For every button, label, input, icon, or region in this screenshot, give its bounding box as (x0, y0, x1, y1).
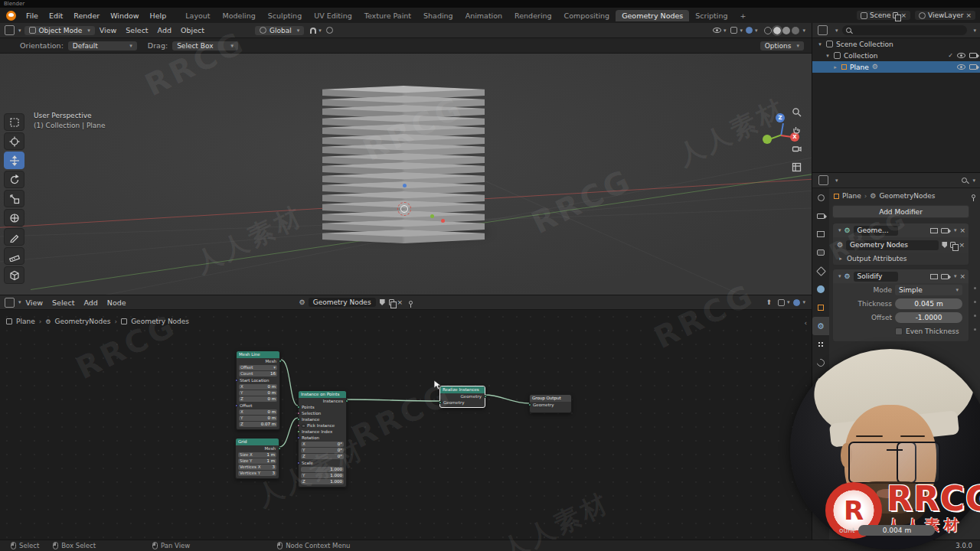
vertices-y-field[interactable]: Vertices Y3 (238, 471, 276, 476)
mode-dropdown[interactable]: Object Mode ▾ (24, 26, 95, 35)
tool-rotate[interactable] (4, 171, 24, 188)
vector-field[interactable]: X0 m (239, 409, 277, 415)
menu-file[interactable]: File (21, 11, 44, 20)
display-viewport-icon[interactable] (930, 228, 938, 233)
editor-type-icon[interactable] (5, 25, 15, 35)
menu-select[interactable]: Select (47, 298, 79, 307)
outliner-editor-icon[interactable] (818, 25, 828, 35)
unlink-scene-icon[interactable]: × (900, 12, 906, 19)
outliner-search-input[interactable] (842, 25, 968, 35)
menu-node[interactable]: Node (103, 298, 131, 307)
pin-icon[interactable] (409, 301, 413, 305)
tab-layout[interactable]: Layout (179, 10, 216, 21)
fake-user-icon[interactable] (942, 242, 947, 248)
outliner-row-scene-collection[interactable]: ▾ Scene Collection (812, 38, 980, 50)
tab-uv-editing[interactable]: UV Editing (308, 10, 358, 21)
menu-help[interactable]: Help (145, 11, 172, 20)
copy-icon[interactable] (389, 299, 394, 305)
transform-orientation-dropdown[interactable]: Global ▾ (255, 26, 304, 35)
zoom-icon[interactable] (790, 106, 802, 118)
output-attributes-panel[interactable]: ▸ Output Attributes (833, 253, 969, 265)
tab-scene[interactable] (812, 262, 829, 280)
node-header[interactable]: Grid (236, 439, 279, 445)
shading-solid-icon[interactable] (773, 27, 781, 34)
node-editor-canvas[interactable]: Plane › ⚙ GeometryNodes › Geometry Nodes… (0, 310, 812, 540)
socket-vector-input[interactable] (235, 379, 238, 382)
tab-texture-paint[interactable]: Texture Paint (358, 10, 417, 21)
menu-view[interactable]: View (21, 298, 48, 307)
modifier-name-field[interactable]: Solidify (854, 272, 898, 282)
expand-icon[interactable]: ▾ (838, 227, 841, 233)
node-header[interactable]: Instance on Points (299, 391, 346, 398)
tab-tool[interactable] (812, 188, 829, 207)
socket-selection-input[interactable] (297, 412, 300, 415)
size-x-field[interactable]: Size X1 m (238, 452, 276, 458)
node-header[interactable]: Realize Instances (440, 386, 485, 393)
vector-field[interactable]: Y0 m (239, 390, 277, 396)
tab-object[interactable] (812, 298, 829, 317)
scale-y-field[interactable]: Y1.000 (301, 473, 344, 478)
tab-particles[interactable] (812, 335, 829, 354)
amount-field[interactable]: 0.004 m (858, 525, 935, 536)
tab-sculpting[interactable]: Sculpting (262, 10, 308, 21)
even-thickness-checkbox[interactable] (895, 328, 903, 335)
pick-instance-checkbox[interactable] (302, 424, 305, 428)
hide-eye-icon[interactable] (957, 64, 965, 70)
orthographic-toggle-icon[interactable] (790, 161, 802, 173)
vector-field[interactable]: Y0 m (239, 416, 277, 421)
orientation-dropdown[interactable]: Default▾ (68, 41, 137, 51)
node-editor-icon[interactable] (5, 298, 15, 308)
menu-select[interactable]: Select (121, 26, 152, 34)
outliner-row-collection[interactable]: ▾ Collection ✓ (812, 50, 980, 61)
proportional-editing-icon[interactable] (326, 27, 333, 34)
viewlayer-selector[interactable]: ViewLayer × (915, 11, 975, 20)
socket-mesh-output[interactable] (279, 360, 282, 363)
options-dropdown[interactable]: Options▾ (760, 41, 804, 51)
tab-rendering[interactable]: Rendering (508, 10, 558, 21)
socket-scale-input[interactable] (297, 461, 300, 465)
node-mesh-line[interactable]: Mesh Line Mesh Offset▾ Count16 Start Loc… (236, 350, 280, 430)
expand-icon[interactable]: ▾ (838, 273, 841, 279)
rotation-x-field[interactable]: X0° (301, 442, 344, 447)
extras-icon[interactable]: ▾ (954, 273, 957, 279)
mesh-stack-object[interactable] (322, 86, 485, 248)
extras-icon[interactable]: ▾ (954, 227, 957, 233)
tool-move[interactable] (4, 152, 24, 169)
gizmo-x-handle[interactable] (441, 219, 445, 223)
modifier-header[interactable]: ▾ ⚙ Geome... ▾ × (833, 223, 969, 237)
pin-icon[interactable] (972, 194, 975, 198)
modifier-header[interactable]: ▾ ⚙ Solidify ▾ × (833, 269, 969, 283)
node-header[interactable]: Mesh Line (237, 351, 279, 358)
tab-physics[interactable] (812, 354, 829, 372)
tool-measure[interactable] (4, 247, 24, 265)
tab-world[interactable] (812, 280, 829, 298)
tab-render[interactable] (812, 207, 829, 225)
sidebar-collapse-arrow[interactable]: ‹ (804, 319, 807, 327)
overlays-toggle-icon[interactable] (746, 27, 753, 34)
add-workspace-button[interactable]: + (734, 10, 753, 21)
socket-geometry-output[interactable] (484, 395, 487, 398)
socket-points-input[interactable] (297, 406, 300, 409)
tool-cursor[interactable] (4, 132, 24, 150)
properties-editor-icon[interactable] (818, 175, 828, 185)
size-y-field[interactable]: Size Y1 m (238, 458, 276, 464)
pan-hand-icon[interactable] (790, 124, 802, 136)
remove-viewlayer-icon[interactable]: × (965, 12, 972, 19)
breadcrumb-modifier[interactable]: GeometryNodes (879, 192, 935, 200)
display-render-icon[interactable] (941, 274, 949, 279)
tool-select-box[interactable] (4, 113, 24, 131)
gizmo-y-axis[interactable] (763, 135, 772, 144)
parent-node-tree-icon[interactable]: ⬆ (766, 298, 772, 306)
node-realize-instances[interactable]: Realize Instances Geometry Geometry (439, 386, 485, 408)
node-grid[interactable]: Grid Mesh Size X1 m Size Y1 m Vertices X… (235, 438, 279, 479)
rotation-z-field[interactable]: Z0° (301, 454, 344, 459)
menu-add[interactable]: Add (153, 26, 176, 34)
checkbox-icon[interactable]: ✓ (948, 52, 953, 59)
node-group-selector[interactable]: Geometry Nodes (309, 298, 376, 307)
tool-annotate[interactable] (4, 228, 24, 246)
blender-logo-icon[interactable] (6, 11, 16, 21)
thickness-field[interactable]: 0.045 m (895, 298, 962, 309)
render-visibility-icon[interactable] (969, 64, 977, 70)
menu-add[interactable]: Add (79, 298, 102, 307)
rotation-y-field[interactable]: Y0° (301, 448, 344, 453)
